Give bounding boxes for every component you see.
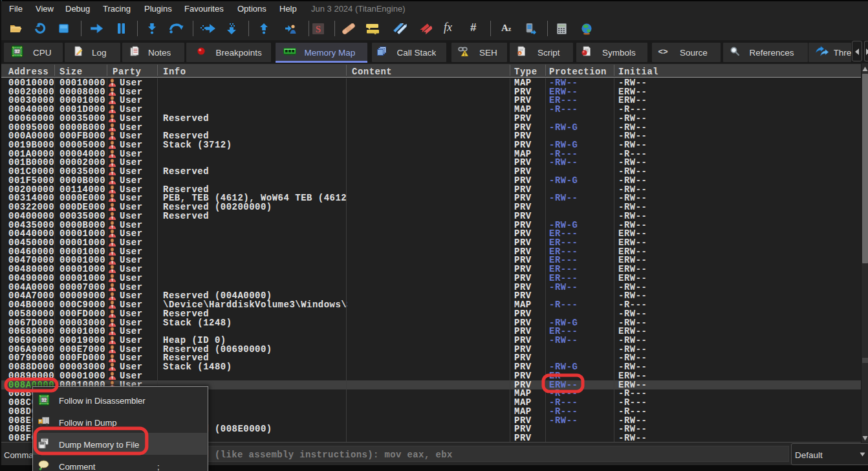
svg-text:32: 32 [41, 397, 47, 403]
svg-text:<>: <> [658, 47, 668, 56]
svg-text:s: s [519, 51, 521, 55]
svg-text:S: S [316, 24, 321, 34]
svg-text:!: ! [464, 51, 466, 56]
svg-text:32: 32 [14, 49, 20, 54]
